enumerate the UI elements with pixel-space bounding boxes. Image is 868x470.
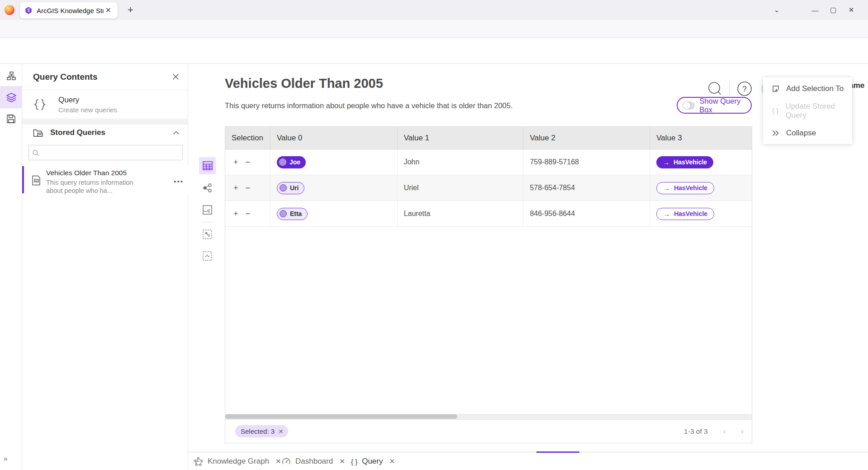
- selected-count-chip[interactable]: Selected: 3 ✕: [235, 425, 288, 437]
- entity-dot-icon: [280, 184, 287, 192]
- toggle-label: Show Query Box: [699, 97, 745, 114]
- table-row[interactable]: + − Etta Lauretta 846-956-8644 →HasVehic…: [225, 201, 752, 227]
- cell-value1: John: [398, 149, 524, 175]
- rail-item-contents[interactable]: [0, 86, 22, 108]
- browser-tab[interactable]: ArcGIS Knowledge Studio ✕: [20, 2, 118, 19]
- folder-icon: [33, 128, 44, 138]
- view-link-chart-icon[interactable]: [199, 179, 216, 197]
- col-value1[interactable]: Value 1: [398, 127, 524, 149]
- col-selection[interactable]: Selection: [225, 127, 270, 149]
- tab-label: Query: [362, 457, 383, 466]
- expand-rail-icon[interactable]: »: [4, 455, 6, 462]
- header-divider: [729, 82, 730, 96]
- selected-indicator: [22, 166, 24, 193]
- window-controls: ⌄ — ▢ ✕: [768, 0, 860, 20]
- browser-tabstrip: ArcGIS Knowledge Studio ✕ + ⌄ — ▢ ✕: [0, 0, 868, 20]
- stored-query-item[interactable]: Vehicles Older Than 2005 This query retu…: [22, 166, 188, 193]
- cell-value2: 578-654-7854: [523, 175, 650, 201]
- stored-queries-search[interactable]: [28, 145, 183, 160]
- panel-spacer: [22, 119, 188, 125]
- entity-pill[interactable]: Joe: [277, 156, 306, 168]
- entity-dot-icon: [280, 210, 287, 217]
- row-remove-icon[interactable]: −: [246, 183, 251, 193]
- add-to-map-icon[interactable]: [199, 247, 216, 264]
- results-table: Selection Value 0 Value 1 Value 2 Value …: [225, 126, 752, 443]
- window-close-icon[interactable]: ✕: [842, 6, 860, 14]
- cell-value2: 846-956-8644: [523, 201, 650, 226]
- app-header: Certification Project ? PL publisher2 la…: [0, 38, 868, 64]
- panel-title: Query Contents: [33, 72, 172, 82]
- relationship-pill[interactable]: →HasVehicle: [656, 156, 713, 168]
- tab-label: Knowledge Graph: [208, 457, 269, 466]
- scrollbar-thumb[interactable]: [225, 414, 457, 419]
- knowledge-graph-icon: [194, 457, 203, 466]
- clear-selection-icon[interactable]: ✕: [278, 428, 284, 435]
- page-description: This query returns information about peo…: [225, 101, 513, 110]
- search-small-icon: [33, 149, 39, 156]
- row-remove-icon[interactable]: −: [246, 209, 251, 219]
- add-selection-icon: [771, 85, 780, 93]
- show-query-box-toggle[interactable]: Show Query Box: [677, 97, 752, 114]
- arcgis-knowledge-favicon: [24, 6, 33, 14]
- menu-add-selection-to[interactable]: Add Selection To: [763, 77, 852, 100]
- item-options-icon[interactable]: •••: [174, 177, 184, 185]
- row-add-icon[interactable]: +: [233, 158, 238, 167]
- tab-query[interactable]: { } Query ✕: [351, 452, 395, 470]
- rail-item-save[interactable]: [0, 108, 22, 130]
- rail-item-project-explorer[interactable]: [0, 65, 22, 87]
- cell-value1: Lauretta: [398, 201, 524, 226]
- table-header: Selection Value 0 Value 1 Value 2 Value …: [225, 127, 752, 149]
- search-input[interactable]: [43, 149, 179, 157]
- active-tab-indicator: [536, 451, 579, 453]
- menu-update-stored-query[interactable]: { } Update Stored Query: [763, 100, 852, 122]
- page-previous-icon[interactable]: ‹: [723, 427, 726, 436]
- dashboard-gauge-icon: [282, 457, 291, 466]
- relationship-pill[interactable]: →HasVehicle: [656, 208, 714, 220]
- firefox-icon[interactable]: [5, 5, 14, 15]
- search-icon[interactable]: [707, 81, 723, 97]
- horizontal-scrollbar[interactable]: [225, 414, 752, 419]
- tab-knowledge-graph[interactable]: Knowledge Graph ✕: [194, 452, 281, 470]
- entity-pill[interactable]: Uri: [277, 182, 304, 194]
- row-add-icon[interactable]: +: [233, 183, 238, 193]
- col-value2[interactable]: Value 2: [523, 127, 650, 149]
- table-footer: Selected: 3 ✕ 1-3 of 3 ‹ ›: [225, 419, 752, 443]
- view-table-icon[interactable]: [199, 157, 216, 174]
- tab-label: Dashboard: [295, 457, 333, 466]
- tab-close-icon[interactable]: ✕: [104, 6, 113, 15]
- stored-query-doc-icon: [31, 175, 41, 186]
- new-tab-button[interactable]: +: [128, 5, 133, 14]
- help-icon[interactable]: ?: [736, 81, 753, 97]
- panel-close-icon[interactable]: [172, 73, 179, 80]
- svg-text:?: ?: [742, 85, 746, 93]
- row-remove-icon[interactable]: −: [246, 158, 251, 167]
- cell-value2: 759-889-57168: [523, 149, 650, 175]
- row-add-icon[interactable]: +: [233, 209, 238, 219]
- entity-pill[interactable]: Etta: [277, 208, 308, 220]
- arrow-right-icon: →: [663, 158, 669, 166]
- query-create-item[interactable]: Query Create new queries: [22, 90, 188, 119]
- page-next-icon[interactable]: ›: [741, 427, 744, 436]
- cell-value1: Uriel: [398, 175, 524, 201]
- col-value3[interactable]: Value 3: [650, 127, 752, 149]
- minimize-icon[interactable]: —: [806, 6, 824, 14]
- query-item-subtitle: Create new queries: [58, 106, 117, 114]
- table-row[interactable]: + − Uri Uriel 578-654-7854 →HasVehicle: [225, 175, 752, 201]
- menu-collapse[interactable]: Collapse: [763, 122, 852, 144]
- maximize-icon[interactable]: ▢: [824, 6, 842, 14]
- tab-close-icon[interactable]: ✕: [339, 457, 345, 465]
- relationship-pill[interactable]: →HasVehicle: [656, 182, 714, 194]
- chevron-up-icon[interactable]: [173, 131, 179, 134]
- list-tabs-icon[interactable]: ⌄: [768, 6, 786, 14]
- toggle-switch[interactable]: [683, 101, 695, 110]
- view-map-icon[interactable]: [199, 201, 216, 218]
- arrow-right-icon: →: [663, 210, 670, 218]
- add-to-link-chart-icon[interactable]: [199, 225, 216, 243]
- tab-close-icon[interactable]: ✕: [389, 457, 395, 465]
- table-row[interactable]: + − Joe John 759-889-57168 →HasVehicle: [225, 149, 752, 175]
- tab-dashboard[interactable]: Dashboard ✕: [282, 452, 345, 470]
- col-value0[interactable]: Value 0: [270, 127, 398, 149]
- tab-close-icon[interactable]: ✕: [275, 457, 281, 465]
- stored-queries-header[interactable]: Stored Queries: [22, 125, 188, 141]
- strip-divider: [201, 222, 213, 222]
